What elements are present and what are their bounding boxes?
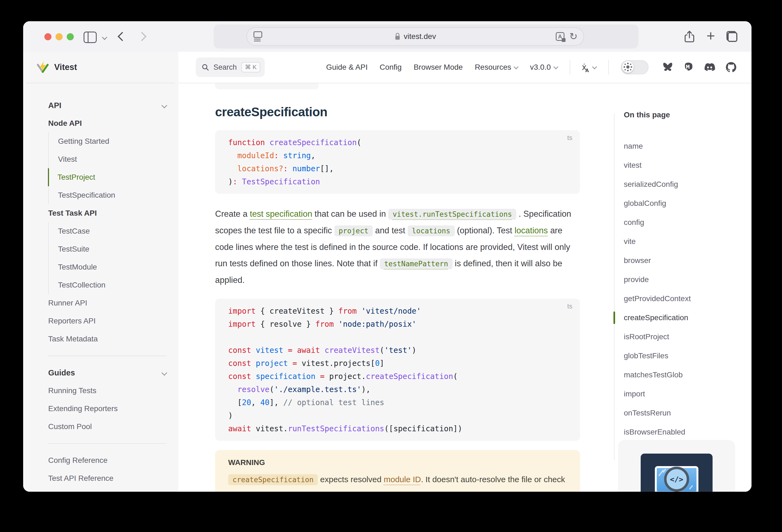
sidebar-item-label: TestProject [58, 173, 95, 182]
code-line: ): TestSpecification [228, 175, 567, 188]
theme-toggle[interactable] [621, 60, 648, 74]
toc-item-isbrowserenabled[interactable]: isBrowserEnabled [614, 423, 751, 441]
toc-item-createspecification[interactable]: createSpecification [614, 308, 751, 327]
translate-icon[interactable]: A [556, 32, 564, 41]
sidebar-item-test-task-api[interactable]: Test Task API [48, 204, 166, 222]
toc-item-vitest[interactable]: vitest [614, 156, 751, 175]
inline-link-module-id[interactable]: module ID [384, 475, 421, 484]
sidebar-item-node-api[interactable]: Node API [48, 114, 166, 132]
forward-button [137, 32, 146, 41]
reload-icon[interactable]: ↻ [569, 32, 577, 41]
toc-item-vite[interactable]: vite [614, 232, 751, 251]
sidebar-item-guides[interactable]: Guides [48, 364, 166, 382]
sidebar-item-running-tests[interactable]: Running Tests [48, 382, 166, 400]
sidebar-item-testmodule[interactable]: TestModule [48, 258, 166, 276]
sidebar-toggle-icon[interactable] [83, 32, 97, 43]
page-content: createSpecification ts function createSp… [178, 83, 751, 492]
site-title: Vitest [54, 62, 77, 72]
inline-link-test-specification[interactable]: test specification [250, 209, 312, 219]
vitest-docs-site: Vitest APINode APIGetting StartedVitestT… [23, 52, 751, 492]
page-title: createSpecification [215, 104, 580, 120]
sidebar-item-test-api-reference[interactable]: Test API Reference [48, 469, 166, 487]
mastodon-icon[interactable] [683, 62, 693, 72]
inline-code-link-testnamepattern[interactable]: testNamePattern [380, 258, 453, 269]
back-button[interactable] [118, 32, 127, 41]
nav-link-resources[interactable]: Resources [475, 63, 518, 72]
sidebar-item-vitest[interactable]: Vitest [48, 150, 166, 168]
inline-code-link-vitest-runtestspecifications[interactable]: vitest.runTestSpecifications [388, 209, 516, 220]
chevron-down-icon [162, 370, 167, 376]
new-tab-button[interactable]: + [706, 28, 715, 43]
discord-icon[interactable] [704, 63, 715, 72]
toc-item-globtestfiles[interactable]: globTestFiles [614, 346, 751, 365]
sidebar-item-config-reference[interactable]: Config Reference [48, 452, 166, 469]
sidebar-item-testproject[interactable]: TestProject [48, 168, 166, 186]
toc-item-ontestsrerun[interactable]: onTestsRerun [614, 403, 751, 423]
tab-overview-icon[interactable] [726, 31, 737, 42]
sidebar-item-label: TestCollection [58, 281, 105, 289]
sidebar-item-label: Vitest [58, 155, 77, 164]
code-line: resolve('./example.test.ts'), [228, 383, 567, 396]
sidebar-item-label: TestModule [58, 263, 97, 272]
code-line: ) [228, 409, 567, 422]
search-placeholder: Search [213, 63, 237, 72]
sidebar-item-testcollection[interactable]: TestCollection [48, 276, 166, 294]
inline-code-project: project [334, 225, 373, 236]
inline-code-createspecification: createSpecification [228, 474, 318, 485]
code-lang-badge: ts [567, 134, 572, 142]
sidebar-item-label: Node API [48, 119, 82, 128]
share-icon[interactable] [684, 30, 695, 43]
code-block-signature: ts function createSpecification( moduleI… [215, 130, 580, 194]
address-bar[interactable]: vitest.dev A ↻ [246, 27, 584, 46]
sidebar: Vitest APINode APIGetting StartedVitestT… [23, 52, 178, 492]
code-line: [20, 40], // optional test lines [228, 396, 567, 409]
site-logo[interactable]: Vitest [26, 52, 175, 83]
close-window-button[interactable] [44, 33, 51, 40]
sidebar-item-label: Guides [48, 368, 75, 377]
toc-item-globalconfig[interactable]: globalConfig [614, 194, 751, 213]
code-block-example: ts import { createVitest } from 'vitest/… [215, 299, 580, 441]
sidebar-item-label: Runner API [48, 299, 87, 307]
nav-link-config[interactable]: Config [380, 63, 402, 72]
sidebar-item-runner-api[interactable]: Runner API [48, 294, 166, 312]
sidebar-item-task-metadata[interactable]: Task Metadata [48, 330, 166, 348]
sidebar-item-getting-started[interactable]: Getting Started [48, 132, 166, 150]
toc-item-matchestestglob[interactable]: matchesTestGlob [614, 365, 751, 384]
github-icon[interactable] [726, 62, 736, 72]
inline-link-locations[interactable]: locations [514, 226, 548, 235]
sidebar-item-label: Task Metadata [48, 334, 98, 343]
toc-item-config[interactable]: config [614, 213, 751, 232]
toc-item-browser[interactable]: browser [614, 251, 751, 270]
language-menu[interactable]: ẋA [582, 62, 596, 72]
toc-item-isrootproject[interactable]: isRootProject [614, 327, 751, 346]
sidebar-item-extending-reporters[interactable]: Extending Reporters [48, 400, 166, 418]
bluesky-icon[interactable] [662, 63, 673, 72]
search-input[interactable]: Search ⌘ K [196, 58, 265, 77]
nav-link-browser-mode[interactable]: Browser Mode [414, 63, 463, 72]
code[interactable]: import { createVitest } from 'vitest/nod… [215, 305, 580, 435]
sidebar-item-testspecification[interactable]: TestSpecification [48, 186, 166, 204]
toc-item-provide[interactable]: provide [614, 270, 751, 289]
nav-link-v3-0-0[interactable]: v3.0.0 [530, 63, 557, 72]
sidebar-menu-chevron-icon[interactable] [102, 35, 107, 40]
zoom-window-button[interactable] [67, 33, 74, 40]
warning-body: createSpecification expects resolved mod… [228, 472, 567, 492]
nav-link-guide-api[interactable]: Guide & API [326, 63, 368, 72]
sidebar-item-testsuite[interactable]: TestSuite [48, 240, 166, 258]
scrolled-code-block-remnant [215, 83, 319, 89]
minimize-window-button[interactable] [56, 33, 63, 40]
code[interactable]: function createSpecification( moduleId: … [215, 136, 580, 188]
sidebar-item-reporters-api[interactable]: Reporters API [48, 312, 166, 330]
sidebar-item-testcase[interactable]: TestCase [48, 222, 166, 240]
toc-item-import[interactable]: import [614, 384, 751, 403]
traffic-lights [44, 33, 74, 40]
toc-item-serializedconfig[interactable]: serializedConfig [614, 175, 751, 194]
warning-callout: WARNING createSpecification expects reso… [215, 450, 580, 492]
sidebar-item-api[interactable]: API [48, 96, 166, 114]
sidebar-item-custom-pool[interactable]: Custom Pool [48, 418, 166, 436]
code-line [228, 331, 567, 344]
sponsor-card[interactable]: </> [618, 440, 735, 492]
toc-item-getprovidedcontext[interactable]: getProvidedContext [614, 289, 751, 308]
sidebar-item-label: Config Reference [48, 456, 108, 465]
toc-item-name[interactable]: name [614, 137, 751, 156]
